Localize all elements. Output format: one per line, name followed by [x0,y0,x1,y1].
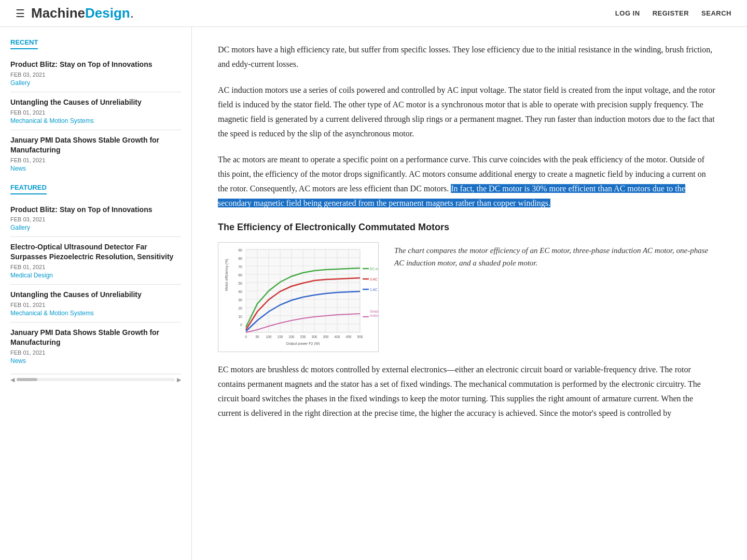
svg-text:400: 400 [335,335,340,339]
sidebar-item-date: FEB 03, 2021 [10,216,181,222]
sidebar-item-title[interactable]: Product Blitz: Stay on Top of Innovation… [10,60,181,69]
svg-text:1-AC motor: 1-AC motor [370,288,378,291]
svg-text:90: 90 [238,248,242,252]
sidebar-item-category[interactable]: Gallery [10,224,181,231]
horizontal-scrollbar[interactable]: ◀ ▶ [10,374,181,383]
svg-text:250: 250 [300,335,306,339]
svg-text:0: 0 [245,335,247,339]
header-left: ☰ MachineDesign. [16,5,134,21]
svg-text:50: 50 [255,335,259,339]
svg-text:30: 30 [238,298,242,302]
search-link[interactable]: SEARCH [701,9,731,17]
svg-text:350: 350 [323,335,329,339]
svg-text:60: 60 [238,273,242,277]
list-item: January PMI Data Shows Stable Growth for… [10,323,181,370]
sidebar-item-date: FEB 01, 2021 [10,302,181,308]
section-heading-ec-motors: The Efficiency of Electronically Commuta… [218,222,716,233]
paragraph-2: AC induction motors use a series of coil… [218,83,716,141]
paragraph-3: The ac motors are meant to operate a spe… [218,152,716,211]
scroll-right-arrow[interactable]: ▶ [177,376,181,383]
svg-text:100: 100 [266,335,272,339]
list-item: Untangling the Causes of Unreliability F… [10,285,181,323]
svg-text:0: 0 [240,323,242,327]
svg-text:10: 10 [238,315,242,318]
svg-text:Shaded pole: Shaded pole [370,310,378,314]
list-item: Product Blitz: Stay on Top of Innovation… [10,54,181,92]
chart-caption: The chart compares the motor efficiency … [394,242,716,269]
main-content: DC motors have a high efficiency rate, b… [192,27,747,560]
svg-text:450: 450 [346,335,352,339]
sidebar-item-title[interactable]: January PMI Data Shows Stable Growth for… [10,328,181,347]
paragraph-4: EC motors are brushless dc motors contro… [218,362,716,421]
sidebar-item-category[interactable]: Mechanical & Motion Systems [10,117,181,124]
svg-text:3-AC motor: 3-AC motor [370,277,378,281]
logo-machine-text: Machine [31,5,85,21]
svg-text:150: 150 [278,335,283,339]
site-header: ☰ MachineDesign. LOG IN REGISTER SEARCH [0,0,747,27]
svg-text:motor: motor [370,314,378,317]
logo-dot: . [130,5,134,21]
hamburger-menu-icon[interactable]: ☰ [16,7,25,20]
sidebar-item-title[interactable]: Untangling the Causes of Unreliability [10,290,181,300]
efficiency-chart: 90 80 70 60 50 40 30 20 10 0 0 50 100 [223,247,378,345]
sidebar-item-title[interactable]: Product Blitz: Stay on Top of Innovation… [10,205,181,215]
sidebar-item-category[interactable]: News [10,165,181,172]
sidebar-item-title[interactable]: Untangling the Causes of Unreliability [10,97,181,107]
page-layout: RECENT Product Blitz: Stay on Top of Inn… [0,27,747,560]
sidebar: RECENT Product Blitz: Stay on Top of Inn… [0,27,192,560]
sidebar-item-date: FEB 01, 2021 [10,109,181,116]
sidebar-item-date: FEB 01, 2021 [10,349,181,356]
header-nav: LOG IN REGISTER SEARCH [615,9,731,17]
chart-container: 90 80 70 60 50 40 30 20 10 0 0 50 100 [218,242,379,352]
svg-text:Motor efficiency (%): Motor efficiency (%) [225,259,229,291]
svg-text:20: 20 [238,306,242,310]
chart-section: 90 80 70 60 50 40 30 20 10 0 0 50 100 [218,242,716,352]
sidebar-item-title[interactable]: January PMI Data Shows Stable Growth for… [10,135,181,155]
scroll-left-arrow[interactable]: ◀ [10,376,15,383]
svg-text:500: 500 [357,335,363,339]
list-item: Product Blitz: Stay on Top of Innovation… [10,200,181,237]
article-body: DC motors have a high efficiency rate, b… [218,43,716,421]
register-link[interactable]: REGISTER [653,9,689,17]
featured-label: FEATURED [10,184,47,194]
sidebar-item-category[interactable]: News [10,357,181,365]
featured-section: FEATURED Product Blitz: Stay on Top of I… [10,183,181,370]
svg-text:80: 80 [238,257,242,260]
svg-text:EC-motor: EC-motor [370,267,378,271]
list-item: Untangling the Causes of Unreliability F… [10,92,181,130]
sidebar-item-date: FEB 03, 2021 [10,72,181,78]
sidebar-item-category[interactable]: Mechanical & Motion Systems [10,310,181,317]
svg-text:70: 70 [238,265,242,269]
svg-text:200: 200 [289,335,295,339]
list-item: January PMI Data Shows Stable Growth for… [10,130,181,177]
svg-text:50: 50 [238,282,242,285]
svg-text:300: 300 [312,335,317,339]
svg-text:Output power F2 (W): Output power F2 (W) [286,342,320,345]
scroll-thumb [17,378,37,381]
recent-label: RECENT [10,38,38,49]
paragraph-1: DC motors have a high efficiency rate, b… [218,43,716,72]
recent-section: RECENT Product Blitz: Stay on Top of Inn… [10,37,181,177]
sidebar-item-date: FEB 01, 2021 [10,157,181,163]
sidebar-item-title[interactable]: Electro-Optical Ultrasound Detector Far … [10,242,181,262]
list-item: Electro-Optical Ultrasound Detector Far … [10,237,181,285]
login-link[interactable]: LOG IN [615,9,640,17]
svg-text:40: 40 [238,290,242,293]
sidebar-item-category[interactable]: Medical Design [10,272,181,279]
logo-design-text: Design [85,5,130,21]
scroll-track [17,378,175,381]
site-logo[interactable]: MachineDesign. [31,5,134,21]
sidebar-item-date: FEB 01, 2021 [10,264,181,270]
sidebar-item-category[interactable]: Gallery [10,79,181,87]
